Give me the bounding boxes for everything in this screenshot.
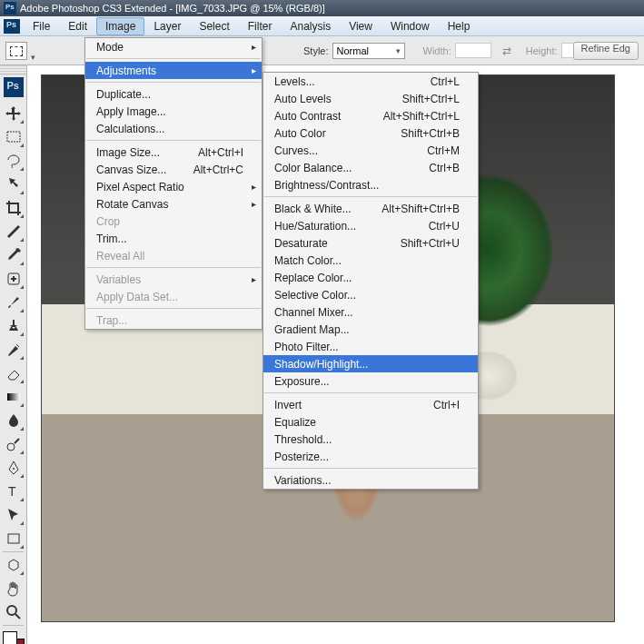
menu-item-label: Variables xyxy=(96,273,141,286)
menu-select[interactable]: Select xyxy=(190,17,238,35)
style-select[interactable]: Normal xyxy=(332,43,405,59)
image-menu-item[interactable]: Rotate Canvas xyxy=(85,195,262,213)
menu-window[interactable]: Window xyxy=(381,17,439,35)
menu-edit[interactable]: Edit xyxy=(59,17,96,35)
menu-image[interactable]: Image xyxy=(96,17,144,35)
adjustments-menu-item[interactable]: Exposure... xyxy=(263,372,478,390)
swap-dimensions-icon[interactable]: ⇄ xyxy=(502,45,515,57)
menu-filter[interactable]: Filter xyxy=(239,17,282,35)
adjustments-menu-item[interactable]: InvertCtrl+I xyxy=(263,396,478,413)
menu-item-shortcut: Alt+Shift+Ctrl+L xyxy=(362,110,460,123)
menu-item-label: Trim... xyxy=(96,233,127,245)
adjustments-menu-item[interactable]: Shadow/Highlight... xyxy=(263,355,478,372)
image-menu-item[interactable]: Canvas Size...Alt+Ctrl+C xyxy=(85,161,262,178)
style-label: Style: xyxy=(303,45,329,56)
adjustments-menu-item[interactable]: Auto LevelsShift+Ctrl+L xyxy=(263,90,478,107)
menu-item-shortcut: Alt+Shift+Ctrl+B xyxy=(360,203,460,215)
menu-help[interactable]: Help xyxy=(439,17,480,35)
adjustments-menu-item[interactable]: Variations... xyxy=(263,471,478,489)
menu-item-label: Reveal All xyxy=(96,250,144,263)
adjustments-menu-item[interactable]: Replace Color... xyxy=(263,269,478,286)
menu-item-shortcut: Ctrl+L xyxy=(409,75,460,88)
adjustments-menu-item[interactable]: Brightness/Contrast... xyxy=(263,176,478,193)
zoom-tool[interactable] xyxy=(3,601,25,623)
menu-view[interactable]: View xyxy=(340,17,381,35)
gradient-tool[interactable] xyxy=(3,386,25,408)
menu-item-label: Photo Filter... xyxy=(274,341,339,353)
dodge-tool[interactable] xyxy=(3,433,25,455)
pen-tool[interactable] xyxy=(3,457,25,479)
menu-item-label: Crop xyxy=(96,215,120,228)
foreground-color-swatch[interactable] xyxy=(3,631,17,644)
3d-tool[interactable] xyxy=(3,554,25,576)
quick-select-tool[interactable] xyxy=(3,173,25,195)
svg-rect-2 xyxy=(7,393,20,401)
adjustments-menu-item[interactable]: Selective Color... xyxy=(263,286,478,303)
lasso-tool[interactable] xyxy=(3,150,25,172)
blur-tool[interactable] xyxy=(3,410,25,431)
svg-rect-0 xyxy=(7,132,20,142)
hand-tool[interactable] xyxy=(3,578,25,599)
adjustments-menu-item[interactable]: Photo Filter... xyxy=(263,338,478,355)
image-menu-item[interactable]: Apply Image... xyxy=(85,103,262,120)
eyedropper-tool[interactable] xyxy=(3,244,25,266)
marquee-tool[interactable] xyxy=(3,126,25,148)
menu-file[interactable]: File xyxy=(24,17,59,35)
svg-point-7 xyxy=(7,606,16,615)
adjustments-menu-item[interactable]: Posterize... xyxy=(263,448,478,465)
adjustments-menu-item[interactable]: Levels...Ctrl+L xyxy=(263,73,478,90)
ps-badge-icon xyxy=(4,77,24,97)
panel-grip-icon[interactable] xyxy=(0,65,26,74)
type-tool[interactable]: T xyxy=(3,481,25,502)
menu-item-label: Mode xyxy=(96,41,124,54)
refine-edge-button[interactable]: Refine Edg xyxy=(573,42,639,60)
width-label: Width: xyxy=(423,45,451,56)
adjustments-menu-item[interactable]: DesaturateShift+Ctrl+U xyxy=(263,234,478,252)
color-swatch[interactable] xyxy=(3,631,25,644)
adjustments-menu-item[interactable]: Auto ColorShift+Ctrl+B xyxy=(263,124,478,142)
image-menu-item[interactable]: Mode xyxy=(85,38,262,55)
history-brush-tool[interactable] xyxy=(3,339,25,361)
adjustments-menu-item[interactable]: Gradient Map... xyxy=(263,321,478,338)
crop-tool[interactable] xyxy=(3,197,25,219)
menu-analysis[interactable]: Analysis xyxy=(281,17,340,35)
image-menu-item[interactable]: Pixel Aspect Ratio xyxy=(85,178,262,195)
adjustments-menu-item[interactable]: Match Color... xyxy=(263,252,478,269)
path-select-tool[interactable] xyxy=(3,504,25,526)
slice-tool[interactable] xyxy=(3,221,25,243)
adjustments-menu-item[interactable]: Hue/Saturation...Ctrl+U xyxy=(263,217,478,234)
adjustments-menu-item[interactable]: Equalize xyxy=(263,413,478,431)
clone-stamp-tool[interactable] xyxy=(3,315,25,337)
menu-item-label: Auto Contrast xyxy=(274,110,341,123)
move-tool[interactable] xyxy=(3,103,25,124)
adjustments-menu-item[interactable]: Color Balance...Ctrl+B xyxy=(263,159,478,176)
menu-item-shortcut: Shift+Ctrl+L xyxy=(381,93,460,105)
adjustments-menu-item[interactable]: Threshold... xyxy=(263,431,478,448)
adjustments-menu-item[interactable]: Curves...Ctrl+M xyxy=(263,142,478,159)
menu-item-label: Canvas Size... xyxy=(96,163,166,176)
svg-point-4 xyxy=(13,468,15,470)
adjustments-menu-item[interactable]: Black & White...Alt+Shift+Ctrl+B xyxy=(263,200,478,217)
adjustments-menu-item[interactable]: Channel Mixer... xyxy=(263,303,478,321)
width-input[interactable] xyxy=(455,43,491,58)
menu-item-label: Replace Color... xyxy=(274,272,352,284)
adjustments-menu-item[interactable]: Auto ContrastAlt+Shift+Ctrl+L xyxy=(263,107,478,124)
menu-item-shortcut: Ctrl+U xyxy=(407,220,460,233)
menu-item-label: Black & White... xyxy=(274,203,352,215)
image-menu-item: Reveal All xyxy=(85,247,262,264)
menu-item-label: Image Size... xyxy=(96,146,160,159)
brush-tool[interactable] xyxy=(3,292,25,313)
image-menu-item[interactable]: Trim... xyxy=(85,230,262,247)
tool-preset-icon[interactable] xyxy=(5,42,27,60)
image-menu-item[interactable]: Duplicate... xyxy=(85,85,262,103)
eraser-tool[interactable] xyxy=(3,362,25,384)
image-menu-item[interactable]: Calculations... xyxy=(85,120,262,137)
image-menu-item[interactable]: Adjustments xyxy=(85,62,262,79)
menu-item-shortcut: Alt+Ctrl+I xyxy=(176,146,243,159)
tool-preset-dropdown-icon[interactable] xyxy=(31,47,38,54)
image-menu-item: Variables xyxy=(85,271,262,288)
healing-brush-tool[interactable] xyxy=(3,268,25,290)
menu-layer[interactable]: Layer xyxy=(144,17,190,35)
image-menu-item[interactable]: Image Size...Alt+Ctrl+I xyxy=(85,144,262,161)
shape-tool[interactable] xyxy=(3,528,25,550)
